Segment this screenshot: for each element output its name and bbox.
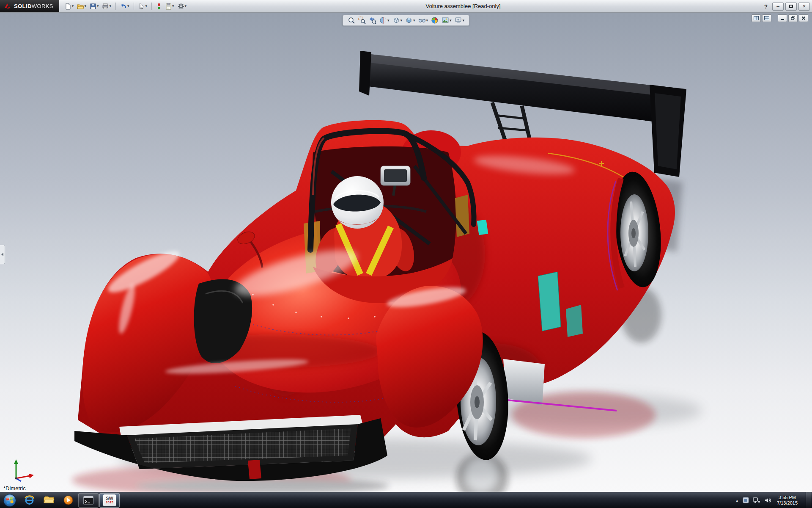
hide-show-items-icon [418, 17, 426, 24]
section-view-button[interactable]: ▾ [379, 16, 390, 25]
system-tray: ▴ 3:55 PM 7/13/2015 [735, 492, 812, 508]
previous-view-icon [369, 17, 376, 24]
doc-close-button[interactable] [799, 14, 808, 22]
edit-appearance-button[interactable] [430, 16, 439, 25]
side-window [538, 272, 561, 331]
side-sill [503, 359, 545, 406]
file-properties-icon [165, 3, 172, 10]
standard-toolbar: ▾ ▾ ▾ ▾ ▾ ▾ [59, 1, 188, 11]
maximize-glyph [789, 5, 793, 8]
select-cursor-icon [138, 3, 145, 10]
viewport: ▾ ▾ ▾ ▾ ▾ [0, 13, 812, 492]
solidworks-icon-year: 2015 [106, 501, 113, 504]
start-button[interactable] [0, 492, 19, 508]
edit-appearance-icon [431, 17, 439, 24]
tray-app-button[interactable] [743, 497, 749, 503]
clock-date: 7/13/2015 [777, 500, 798, 506]
apply-scene-icon [442, 17, 449, 24]
undo-button[interactable]: ▾ [119, 1, 131, 11]
previous-view-button[interactable] [368, 16, 377, 25]
panel-collapse-tab[interactable] [0, 245, 5, 264]
apply-scene-button[interactable]: ▾ [441, 16, 453, 25]
section-view-icon [379, 17, 387, 24]
dropdown-arrow-icon: ▾ [172, 4, 174, 8]
heads-up-view-toolbar: ▾ ▾ ▾ ▾ ▾ [343, 15, 469, 26]
taskbar: SW 2015 ▴ 3:55 PM 7/13/2015 [0, 492, 812, 508]
reference-triad [9, 457, 36, 484]
zoom-to-area-icon [358, 17, 366, 24]
hide-show-items-button[interactable]: ▾ [417, 16, 429, 25]
display-style-icon [405, 17, 413, 24]
taskbar-command-prompt[interactable] [78, 493, 99, 508]
pane-split-top-icon [764, 16, 769, 20]
pane-split-left-button[interactable] [752, 14, 761, 22]
window-controls: ? – × [761, 0, 810, 13]
doc-minimize-icon [780, 17, 785, 20]
rebuild-icon [156, 3, 162, 10]
close-button[interactable]: × [798, 3, 810, 11]
document-window-controls [752, 14, 808, 22]
help-button[interactable]: ? [761, 2, 771, 11]
rebuild-button[interactable] [155, 1, 163, 11]
view-orientation-button[interactable]: ▾ [391, 16, 403, 25]
taskbar-windows-explorer[interactable] [39, 492, 58, 508]
taskbar-clock[interactable]: 3:55 PM 7/13/2015 [775, 495, 802, 506]
graphics-area[interactable] [0, 13, 812, 492]
solidworks-brand: SOLIDWORKS [0, 0, 59, 12]
volume-icon [764, 497, 771, 504]
show-desktop-button[interactable] [806, 492, 811, 508]
dropdown-arrow-icon: ▾ [400, 19, 402, 22]
pane-split-left-icon [754, 16, 759, 20]
undo-icon [120, 3, 127, 10]
zoom-to-fit-button[interactable] [347, 16, 356, 25]
start-orb-icon [3, 493, 17, 508]
dropdown-arrow-icon: ▾ [84, 4, 86, 8]
taskbar-solidworks[interactable]: SW 2015 [99, 493, 120, 508]
file-properties-button[interactable]: ▾ [164, 1, 176, 11]
taskbar-internet-explorer[interactable] [19, 492, 39, 508]
network-button[interactable] [753, 497, 760, 504]
doc-restore-button[interactable] [788, 14, 798, 22]
view-settings-icon [455, 17, 462, 24]
windows-explorer-icon [43, 494, 55, 506]
select-button[interactable]: ▾ [137, 1, 149, 11]
tray-app-icon [743, 497, 749, 503]
open-folder-icon [77, 3, 84, 10]
dropdown-arrow-icon: ▾ [426, 19, 428, 22]
dropdown-arrow-icon: ▾ [145, 4, 148, 8]
maximize-button[interactable] [785, 3, 797, 11]
doc-minimize-button[interactable] [778, 14, 787, 22]
doc-close-icon [801, 16, 806, 20]
taskbar-media-player[interactable] [58, 492, 78, 508]
panel-collapse-arrow-icon [1, 253, 3, 256]
open-button[interactable]: ▾ [76, 1, 88, 11]
brand-text: SOLIDWORKS [14, 3, 53, 9]
volume-button[interactable] [764, 497, 771, 504]
minimize-button[interactable]: – [772, 3, 784, 11]
dropdown-arrow-icon: ▾ [387, 19, 390, 22]
print-icon [102, 3, 109, 10]
zoom-to-fit-icon [348, 17, 355, 24]
display-style-button[interactable]: ▾ [404, 16, 416, 25]
new-document-button[interactable]: ▾ [63, 1, 75, 11]
save-button[interactable]: ▾ [88, 1, 100, 11]
view-settings-button[interactable]: ▾ [454, 16, 466, 25]
zoom-to-area-button[interactable] [357, 16, 367, 25]
print-button[interactable]: ▾ [101, 1, 112, 11]
toolbar-separator [134, 3, 134, 10]
clock-time: 3:55 PM [777, 495, 798, 500]
dropdown-arrow-icon: ▾ [72, 4, 74, 8]
options-button[interactable]: ▾ [176, 1, 188, 11]
dropdown-arrow-icon: ▾ [413, 19, 415, 22]
dropdown-arrow-icon: ▾ [463, 19, 465, 22]
show-hidden-icons-button[interactable]: ▴ [735, 498, 739, 502]
dropdown-arrow-icon: ▾ [450, 19, 452, 22]
toolbar-separator [115, 3, 116, 10]
command-prompt-icon [83, 495, 94, 505]
toolbar-separator [151, 3, 152, 10]
options-gear-icon [178, 3, 184, 10]
pane-split-top-button[interactable] [762, 14, 771, 22]
window-title: Voiture assemblee [Read-only] [182, 0, 744, 13]
view-orientation-label: *Dimetric [3, 485, 26, 491]
doc-restore-icon [791, 16, 796, 20]
